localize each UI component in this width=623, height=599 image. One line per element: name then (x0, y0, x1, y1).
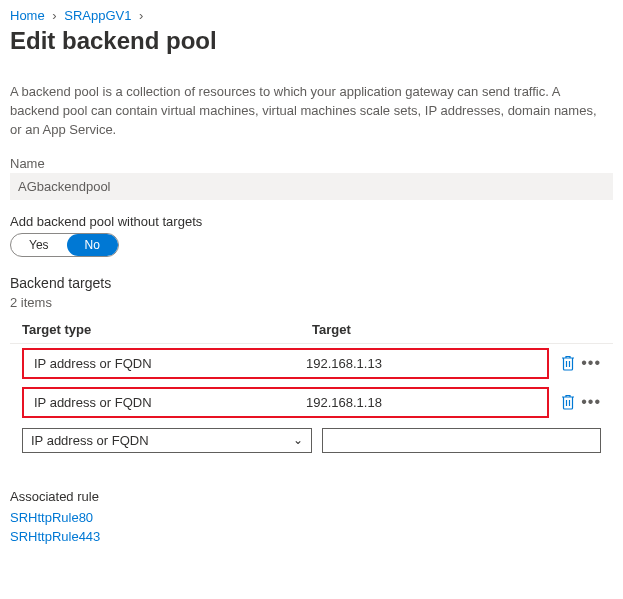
row-target-type: IP address or FQDN (34, 356, 306, 371)
backend-targets-table: Target type Target IP address or FQDN 19… (10, 316, 613, 459)
toggle-yes[interactable]: Yes (11, 234, 67, 256)
row-target-value: 192.168.1.13 (306, 356, 537, 371)
delete-icon[interactable] (557, 352, 579, 374)
breadcrumb: Home › SRAppGV1 › (10, 8, 613, 23)
chevron-right-icon: › (139, 8, 143, 23)
column-target[interactable]: Target (312, 322, 601, 337)
backend-targets-label: Backend targets (10, 275, 613, 291)
new-target-row: IP address or FQDN ⌄ (10, 422, 613, 459)
target-row-1[interactable]: IP address or FQDN 192.168.1.18 (22, 387, 549, 418)
table-header: Target type Target (10, 316, 613, 344)
without-targets-toggle[interactable]: Yes No (10, 233, 119, 257)
without-targets-label: Add backend pool without targets (10, 214, 613, 229)
row-target-type: IP address or FQDN (34, 395, 306, 410)
table-row: IP address or FQDN 192.168.1.18 ••• (10, 383, 613, 422)
dropdown-selected: IP address or FQDN (31, 433, 149, 448)
more-icon[interactable]: ••• (581, 394, 601, 410)
column-target-type[interactable]: Target type (22, 322, 312, 337)
more-icon[interactable]: ••• (581, 355, 601, 371)
breadcrumb-resource[interactable]: SRAppGV1 (64, 8, 131, 23)
toggle-no[interactable]: No (67, 234, 118, 256)
associated-rule-label: Associated rule (10, 489, 613, 504)
associated-rule-section: Associated rule SRHttpRule80 SRHttpRule4… (10, 489, 613, 547)
associated-rule-link[interactable]: SRHttpRule80 (10, 508, 613, 528)
description-text: A backend pool is a collection of resour… (10, 83, 600, 140)
items-count: 2 items (10, 295, 613, 310)
chevron-right-icon: › (52, 8, 56, 23)
chevron-down-icon: ⌄ (293, 433, 303, 447)
row-target-value: 192.168.1.18 (306, 395, 537, 410)
breadcrumb-home[interactable]: Home (10, 8, 45, 23)
delete-icon[interactable] (557, 391, 579, 413)
associated-rule-link[interactable]: SRHttpRule443 (10, 527, 613, 547)
target-row-0[interactable]: IP address or FQDN 192.168.1.13 (22, 348, 549, 379)
table-row: IP address or FQDN 192.168.1.13 ••• (10, 344, 613, 383)
target-input[interactable] (322, 428, 601, 453)
name-label: Name (10, 156, 613, 171)
target-type-dropdown[interactable]: IP address or FQDN ⌄ (22, 428, 312, 453)
name-input (10, 173, 613, 200)
page-title: Edit backend pool (10, 27, 613, 55)
